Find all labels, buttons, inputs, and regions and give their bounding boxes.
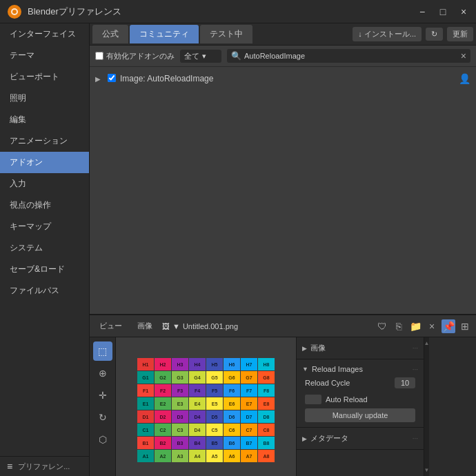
- reload-cycle-row: Reload Cycle 10: [302, 375, 418, 390]
- grid-cell: E8: [258, 397, 275, 410]
- reload-cycle-value[interactable]: 10: [395, 377, 415, 388]
- tab-official[interactable]: 公式: [92, 25, 128, 43]
- category-dropdown[interactable]: 全て ▾: [180, 50, 221, 63]
- grid-cell: B3: [172, 437, 188, 449]
- grid-cell: G2: [155, 371, 171, 384]
- meta-section: ▶ メタデータ ···: [297, 428, 424, 450]
- grid-cell: C3: [172, 424, 188, 436]
- sidebar-item-addons[interactable]: アドオン: [0, 152, 89, 173]
- image-canvas[interactable]: H1H2H3H4H5H6H7H8G1G2G3G4G5G6G7G8F1F2F3F4…: [116, 337, 296, 476]
- sidebar-item-viewport[interactable]: ビューポート: [0, 66, 89, 88]
- grid-cell: A2: [155, 450, 171, 462]
- rotate-tool[interactable]: ↻: [93, 408, 112, 427]
- grid-cell: H2: [155, 358, 171, 370]
- manually-update-button[interactable]: Manually update: [305, 408, 415, 422]
- tab-community[interactable]: コミュニティ: [130, 25, 199, 43]
- enabled-only-checkbox[interactable]: [95, 52, 103, 60]
- tab-test[interactable]: テスト中: [200, 25, 252, 43]
- image-section: ▶ 画像 ···: [297, 337, 424, 359]
- reload-section-title: Reload Images: [312, 365, 363, 373]
- addon-item-autoreload[interactable]: ▶ Image: AutoReloadImage 👤: [90, 70, 476, 88]
- slice-tool[interactable]: ⬡: [93, 430, 112, 449]
- scroll-up-arrow[interactable]: ▲: [423, 339, 431, 348]
- maximize-button[interactable]: □: [437, 6, 448, 17]
- auto-reload-checkbox[interactable]: [305, 395, 321, 404]
- sidebar-item-interface[interactable]: インターフェイス: [0, 23, 89, 45]
- crosshair-tool[interactable]: ⊕: [93, 364, 112, 383]
- sidebar-item-keymap[interactable]: キーマップ: [0, 216, 89, 237]
- grid-cell: C2: [155, 424, 171, 436]
- mode-icon[interactable]: ⊞: [458, 319, 472, 333]
- search-icon: 🔍: [231, 51, 241, 61]
- chevron-down-icon: ▾: [202, 52, 206, 61]
- filename-chevron-icon[interactable]: ▼: [172, 322, 180, 330]
- grid-cell: C6: [224, 424, 240, 436]
- addon-label: Image: AutoReloadImage: [120, 74, 213, 83]
- grid-cell: H3: [172, 358, 188, 370]
- sidebar-item-saveload[interactable]: セーブ&ロード: [0, 259, 89, 280]
- copy-icon[interactable]: ⎘: [392, 319, 406, 333]
- close-image-icon[interactable]: ×: [425, 319, 439, 333]
- grid-cell: E7: [241, 397, 257, 410]
- auto-reload-label: Auto Reload: [326, 395, 368, 404]
- sidebar-item-input[interactable]: 入力: [0, 173, 89, 195]
- reload-section-dots: ···: [413, 366, 418, 373]
- enabled-only-filter[interactable]: 有効化アドオンのみ: [95, 51, 175, 61]
- sidebar-item-theme[interactable]: テーマ: [0, 45, 89, 66]
- sidebar-item-edit[interactable]: 編集: [0, 109, 89, 130]
- right-panel-container: ▶ 画像 ··· ▼ Reload Images ···: [296, 337, 476, 476]
- grid-cell: B4: [189, 437, 206, 449]
- sidebar-item-animation[interactable]: アニメーション: [0, 130, 89, 152]
- sidebar-bottom[interactable]: ≡ プリファレン...: [0, 456, 89, 476]
- refresh-button[interactable]: ↻: [426, 28, 443, 41]
- view-menu[interactable]: ビュー: [94, 319, 128, 333]
- menu-icon: ≡: [7, 461, 12, 472]
- window-title: Blenderプリファレンス: [28, 6, 411, 18]
- user-icon: 👤: [459, 73, 470, 84]
- grid-cell: H8: [258, 358, 275, 370]
- image-right-panel: ▶ 画像 ··· ▼ Reload Images ···: [296, 337, 424, 476]
- grid-cell: E3: [172, 397, 188, 410]
- update-button[interactable]: 更新: [447, 27, 473, 41]
- grid-cell: G1: [137, 371, 154, 384]
- main-layout: インターフェイス テーマ ビューポート 照明 編集 アニメーション アドオン 入…: [0, 23, 476, 476]
- folder-icon[interactable]: 📁: [408, 319, 422, 333]
- sidebar-item-filepath[interactable]: ファイルパス: [0, 280, 89, 301]
- grid-cell: F7: [241, 384, 257, 397]
- sidebar-item-lighting[interactable]: 照明: [0, 88, 89, 109]
- search-input[interactable]: [244, 52, 458, 60]
- sidebar-item-viewpoint[interactable]: 視点の操作: [0, 195, 89, 216]
- reload-cycle-label: Reload Cycle: [305, 379, 395, 387]
- grid-cell: D5: [206, 410, 223, 423]
- grid-cell: H7: [241, 358, 257, 370]
- grid-cell: D3: [172, 410, 188, 423]
- image-section-header[interactable]: ▶ 画像 ···: [302, 341, 418, 355]
- meta-section-dots: ···: [413, 435, 418, 442]
- install-button[interactable]: ↓ インストール...: [353, 27, 422, 41]
- grid-cell: B1: [137, 437, 154, 449]
- pin-icon[interactable]: 📌: [442, 319, 455, 333]
- grid-cell: F5: [206, 384, 223, 397]
- scroll-down-arrow[interactable]: ▼: [423, 466, 431, 475]
- right-scrollbar[interactable]: ▲ ▼: [424, 337, 429, 476]
- clear-search-button[interactable]: ×: [461, 50, 466, 61]
- image-menu[interactable]: 画像: [132, 319, 158, 333]
- close-button[interactable]: ×: [458, 6, 469, 17]
- reload-section-header[interactable]: ▼ Reload Images ···: [302, 363, 418, 375]
- addon-checkbox[interactable]: [108, 74, 116, 84]
- grid-cell: D7: [241, 410, 257, 423]
- meta-section-header[interactable]: ▶ メタデータ ···: [302, 431, 418, 446]
- grid-cell: E5: [206, 397, 223, 410]
- image-editor-body: ⬚ ⊕ ✛ ↻ ⬡ H1H2H3H4H5H6H7H8G1G2G3G4G5G6G7…: [90, 337, 476, 476]
- grid-cell: C1: [137, 424, 154, 436]
- move-tool[interactable]: ✛: [93, 386, 112, 405]
- shield-icon[interactable]: 🛡: [375, 319, 389, 333]
- select-tool[interactable]: ⬚: [93, 341, 112, 361]
- sidebar-item-system[interactable]: システム: [0, 237, 89, 259]
- grid-cell: G3: [172, 371, 188, 384]
- grid-cell: H4: [189, 358, 206, 370]
- tabs-row: 公式 コミュニティ テスト中 ↓ インストール... ↻ 更新: [90, 23, 476, 46]
- content-panel: 公式 コミュニティ テスト中 ↓ インストール... ↻ 更新 有効化アドオンの…: [90, 23, 476, 476]
- grid-cell: G4: [189, 371, 206, 384]
- minimize-button[interactable]: −: [417, 6, 428, 17]
